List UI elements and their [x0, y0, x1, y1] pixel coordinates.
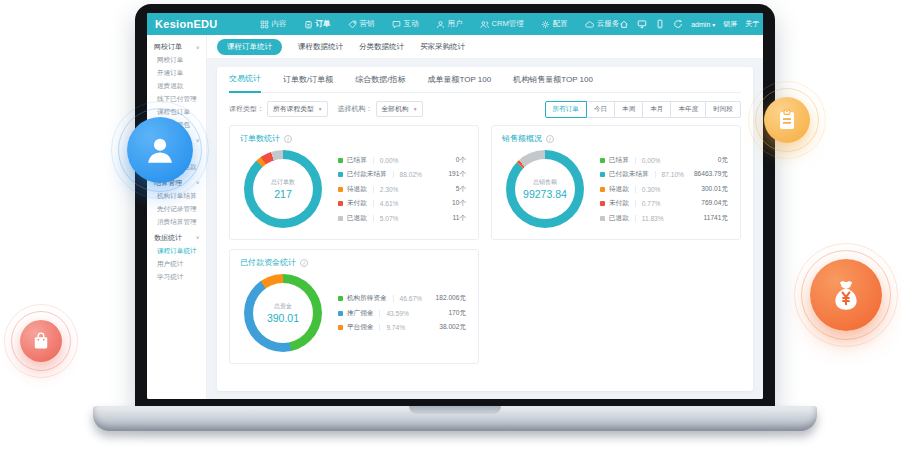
- topbar: KesionEDU 内容 订单 营销: [147, 13, 763, 35]
- legend-row: 推广佣金43.59%170元: [338, 306, 466, 321]
- panel-tabs: 交易统计 订单数/订单额 综合数据/指标 成单量额TOP 100 机构销售量额T…: [229, 67, 741, 93]
- mobile-icon[interactable]: [655, 19, 665, 29]
- refresh-icon[interactable]: [673, 19, 683, 29]
- card-title: 销售额概况: [502, 133, 542, 144]
- chevron-down-icon: ∨: [196, 44, 200, 50]
- topnav-content[interactable]: 内容: [260, 19, 287, 29]
- legend-dot: [600, 172, 605, 177]
- sidebar-item[interactable]: 退费退款: [147, 79, 206, 92]
- range-month[interactable]: 本月: [642, 101, 671, 118]
- donut-sales-amount: 总销售额 99273.84: [506, 150, 584, 228]
- sidebar-item[interactable]: 用户统计: [147, 257, 206, 270]
- legend-row: 未付款4.61%10个: [338, 196, 466, 211]
- topnav-orders[interactable]: 订单: [304, 19, 331, 29]
- sidebar: 网校订单 ∨ 网校订单 开通订单 退费退款 线下已付管理 课程包订单 开通课程包…: [147, 35, 207, 399]
- org-select[interactable]: 全部机构 ▾: [376, 101, 423, 117]
- range-all-orders[interactable]: 所有订单: [545, 101, 587, 118]
- tab-trade-stats[interactable]: 交易统计: [229, 73, 261, 93]
- chevron-down-icon: ▾: [319, 106, 322, 112]
- legend-dot: [338, 201, 343, 206]
- clipboard-icon: [764, 97, 810, 143]
- laptop-notch: [409, 406, 501, 414]
- stage: KesionEDU 内容 订单 营销: [0, 0, 901, 462]
- donut-paid-funds: 总资金 390.01: [244, 274, 322, 352]
- info-icon[interactable]: i: [300, 259, 308, 267]
- subnav-course-order-stats[interactable]: 课程订单统计: [217, 39, 282, 55]
- top-nav: 内容 订单 营销 互动: [260, 19, 620, 29]
- legend-row: 未付款0.77%769.04元: [600, 196, 728, 211]
- legend-row: 已付款未结算87.10%86463.79元: [600, 167, 728, 182]
- legend-row: 已结算0.00%0个: [338, 153, 466, 168]
- sidebar-group-school-orders[interactable]: 网校订单 ∨: [147, 40, 206, 53]
- legend-row: 已退款5.07%11个: [338, 211, 466, 226]
- chevron-down-icon: ▾: [414, 106, 417, 112]
- legend-dot: [600, 187, 605, 192]
- legend-dot: [338, 172, 343, 177]
- legend-row: 机构所得资金46.67%182.006元: [338, 291, 466, 306]
- content-icon: [260, 20, 269, 29]
- sidebar-item[interactable]: 网校订单: [147, 53, 206, 66]
- chevron-down-icon: ∨: [196, 235, 200, 241]
- subnav-buyer-purchase-stats[interactable]: 买家采购统计: [420, 42, 465, 52]
- range-custom[interactable]: 时间段: [705, 101, 741, 118]
- tab-order-count-amount[interactable]: 订单数/订单额: [283, 74, 333, 92]
- laptop-base: [93, 406, 817, 431]
- laptop-mockup: KesionEDU 内容 订单 营销: [135, 4, 775, 407]
- range-year[interactable]: 本年度: [670, 101, 706, 118]
- subnav-category-data-stats[interactable]: 分类数据统计: [359, 42, 404, 52]
- person-icon: [127, 117, 193, 183]
- user-menu[interactable]: admin ▾: [691, 21, 715, 28]
- tab-combined-metrics[interactable]: 综合数据/指标: [355, 74, 405, 92]
- range-today[interactable]: 今日: [586, 101, 615, 118]
- tab-top100-deals[interactable]: 成单量额TOP 100: [427, 74, 491, 92]
- topnav-users[interactable]: 用户: [436, 19, 463, 29]
- stats-panel: 交易统计 订单数/订单额 综合数据/指标 成单量额TOP 100 机构销售量额T…: [217, 67, 753, 391]
- range-button-group: 所有订单 今日 本周 本月 本年度 时间段: [545, 101, 742, 118]
- legend-dot: [600, 201, 605, 206]
- legend-dot: [338, 216, 343, 221]
- lock-screen-link[interactable]: 锁屏: [723, 19, 737, 29]
- cloud-icon: [585, 20, 594, 29]
- sidebar-item[interactable]: 消费结算管理: [147, 215, 206, 228]
- topnav-cloud[interactable]: 云服务: [585, 19, 620, 29]
- home-icon[interactable]: [619, 19, 629, 29]
- card-title: 已付款资金统计: [240, 257, 296, 268]
- topnav-interaction[interactable]: 互动: [392, 19, 419, 29]
- chevron-down-icon: ▾: [712, 21, 715, 28]
- card-paid-funds-stats: 已付款资金统计 i 总资金 390.01: [229, 249, 479, 364]
- sidebar-item[interactable]: 先付记录管理: [147, 202, 206, 215]
- tab-top100-org-sales[interactable]: 机构销售量额TOP 100: [513, 74, 593, 92]
- legend-row: 平台佣金9.74%38.002元: [338, 320, 466, 335]
- range-week[interactable]: 本周: [614, 101, 643, 118]
- interaction-icon: [392, 20, 401, 29]
- card-title: 订单数统计: [240, 133, 280, 144]
- main-content: 交易统计 订单数/订单额 综合数据/指标 成单量额TOP 100 机构销售量额T…: [207, 59, 763, 399]
- settings-icon: [541, 20, 550, 29]
- topbar-right: admin ▾ 锁屏 关于: [619, 19, 759, 29]
- screen: KesionEDU 内容 订单 营销: [147, 13, 763, 399]
- legend-row: 待退款0.30%300.01元: [600, 182, 728, 197]
- topnav-crm[interactable]: CRM管理: [480, 19, 524, 29]
- legend-row: 已退款11.83%11741元: [600, 211, 728, 226]
- sidebar-group-statistics[interactable]: 数据统计 ∨: [147, 231, 206, 244]
- orders-icon: [304, 20, 313, 29]
- info-icon[interactable]: i: [546, 135, 554, 143]
- course-type-label: 课程类型：: [229, 104, 264, 114]
- course-type-select[interactable]: 所有课程类型 ▾: [267, 101, 328, 117]
- legend: 已结算0.00%0元 已付款未结算87.10%86463.79元 待退款0.30…: [600, 153, 728, 226]
- about-link[interactable]: 关于: [745, 19, 759, 29]
- topnav-marketing[interactable]: 营销: [348, 19, 375, 29]
- sidebar-item[interactable]: 开通订单: [147, 66, 206, 79]
- topnav-settings[interactable]: 配置: [541, 19, 568, 29]
- legend: 已结算0.00%0个 已付款未结算88.02%191个 待退款2.30%5个 未…: [338, 153, 466, 226]
- sidebar-item[interactable]: 学习统计: [147, 270, 206, 283]
- legend-dot: [338, 311, 343, 316]
- sidebar-item-course-order-stats[interactable]: 课程订单统计: [147, 244, 206, 257]
- card-sales-overview: 销售额概况 i 总销售额 99273.84: [491, 125, 741, 240]
- subnav: 课程订单统计 课程数据统计 分类数据统计 买家采购统计: [207, 35, 763, 59]
- monitor-icon[interactable]: [637, 19, 647, 29]
- legend-row: 已付款未结算88.02%191个: [338, 167, 466, 182]
- subnav-course-data-stats[interactable]: 课程数据统计: [298, 42, 343, 52]
- info-icon[interactable]: i: [284, 135, 292, 143]
- card-order-count-stats: 订单数统计 i 总订单数 217: [229, 125, 479, 240]
